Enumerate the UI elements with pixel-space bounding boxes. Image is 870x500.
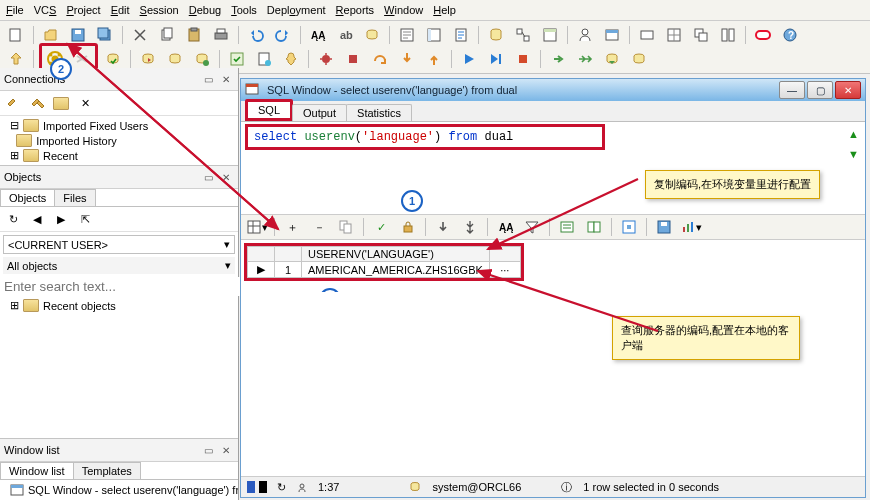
tool-b-button[interactable] — [662, 23, 686, 47]
tab-output[interactable]: Output — [292, 104, 347, 121]
panel-restore-icon[interactable]: ▭ — [200, 443, 216, 457]
folder-icon[interactable] — [51, 93, 71, 113]
grid-cell-value[interactable]: AMERICAN_AMERICA.ZHS16GBK — [302, 262, 490, 278]
grid-mode-button[interactable]: ▾ — [245, 215, 269, 239]
delete-row-button[interactable]: － — [307, 215, 331, 239]
current-user-dropdown[interactable]: <CURRENT USER>▾ — [3, 235, 235, 254]
view-source-button[interactable] — [449, 23, 473, 47]
results-grid[interactable]: USERENV('LANGUAGE') ▶ 1 AMERICAN_AMERICA… — [247, 246, 521, 278]
help-button[interactable]: ? — [778, 23, 802, 47]
menu-debug[interactable]: Debug — [189, 4, 221, 16]
print-button[interactable] — [209, 23, 233, 47]
connect-icon[interactable] — [3, 93, 23, 113]
tab-objects[interactable]: Objects — [0, 189, 55, 206]
panel-restore-icon[interactable]: ▭ — [200, 170, 216, 184]
linked-query-button[interactable] — [582, 215, 606, 239]
maximize-button[interactable]: ▢ — [807, 81, 833, 99]
sessions-button[interactable] — [573, 23, 597, 47]
svg-text:ab: ab — [340, 29, 353, 41]
scroll-down-icon[interactable]: ▼ — [848, 148, 859, 160]
copy-button[interactable] — [155, 23, 179, 47]
add-row-button[interactable]: ＋ — [280, 215, 304, 239]
menu-help[interactable]: Help — [433, 4, 456, 16]
object-browser-button[interactable] — [538, 23, 562, 47]
tab-sql[interactable]: SQL — [245, 99, 293, 121]
tab-templates[interactable]: Templates — [73, 462, 141, 479]
refresh-status-icon[interactable]: ↻ — [277, 481, 286, 494]
tree-item[interactable]: Imported History — [0, 133, 238, 148]
panel-restore-icon[interactable]: ▭ — [200, 72, 216, 86]
find-db-button[interactable] — [360, 23, 384, 47]
tab-window-list[interactable]: Window list — [0, 462, 74, 479]
menu-window[interactable]: Window — [384, 4, 423, 16]
menu-reports[interactable]: Reports — [336, 4, 375, 16]
svg-rect-0 — [10, 29, 20, 41]
status-connection: system@ORCL66 — [409, 481, 521, 493]
new-window-button[interactable] — [600, 23, 624, 47]
object-search-input[interactable] — [0, 277, 246, 296]
grid-column-header[interactable]: USERENV('LANGUAGE') — [302, 247, 490, 262]
sql-window-statusbar: ↻ 1:37 system@ORCL66 ⓘ 1 row selected in… — [241, 476, 865, 497]
find-button[interactable]: ĄĄ — [306, 23, 330, 47]
refresh-icon[interactable]: ↻ — [3, 209, 23, 229]
menu-deployment[interactable]: Deployment — [267, 4, 326, 16]
menu-project[interactable]: Project — [66, 4, 100, 16]
describe-button[interactable] — [422, 23, 446, 47]
tree-item[interactable]: ⊟ Imported Fixed Users — [0, 118, 238, 133]
window-list-item[interactable]: SQL Window - select userenv('language') … — [0, 482, 238, 498]
menu-file[interactable]: File — [6, 4, 24, 16]
prev-icon[interactable]: ◀ — [27, 209, 47, 229]
svg-rect-65 — [588, 222, 594, 232]
tool-a-button[interactable] — [635, 23, 659, 47]
paste-button[interactable] — [182, 23, 206, 47]
single-record-button[interactable] — [555, 215, 579, 239]
post-button[interactable]: ✓ — [369, 215, 393, 239]
close-button[interactable]: ✕ — [835, 81, 861, 99]
save-results-button[interactable] — [652, 215, 676, 239]
tile-windows-button[interactable] — [716, 23, 740, 47]
callout-client-config: 查询服务器的编码,配置在本地的客户端 — [612, 316, 800, 360]
menu-tools[interactable]: Tools — [231, 4, 257, 16]
objects-tabs: Objects Files — [0, 189, 238, 207]
cell-expand-button[interactable]: ··· — [489, 262, 520, 278]
fetch-next-button[interactable] — [431, 215, 455, 239]
fetch-all-button[interactable] — [458, 215, 482, 239]
toolbar-row-1: ĄĄ ab ? — [4, 23, 866, 47]
explain-plan-button[interactable] — [395, 23, 419, 47]
minimize-button[interactable]: — — [779, 81, 805, 99]
scroll-up-icon[interactable]: ▲ — [848, 128, 859, 140]
sql-window-titlebar[interactable]: SQL Window - select userenv('language') … — [241, 79, 865, 101]
redo-button[interactable] — [271, 23, 295, 47]
tab-files[interactable]: Files — [54, 189, 95, 206]
menu-vcs[interactable]: VCS — [34, 4, 57, 16]
tab-statistics[interactable]: Statistics — [346, 104, 412, 121]
oracle-icon[interactable] — [751, 23, 775, 47]
recent-objects-item[interactable]: ⊞ Recent objects — [0, 298, 238, 313]
duplicate-row-button[interactable] — [334, 215, 358, 239]
scope-dropdown[interactable]: All objects▾ — [3, 257, 235, 274]
panel-close-icon[interactable]: ✕ — [218, 170, 234, 184]
find-in-grid-button[interactable]: ĄĄ — [493, 215, 517, 239]
menu-edit[interactable]: Edit — [111, 4, 130, 16]
delete-connection-icon[interactable]: ✕ — [75, 93, 95, 113]
collapse-icon[interactable]: ⇱ — [75, 209, 95, 229]
filter-button[interactable] — [520, 215, 544, 239]
export-button[interactable] — [617, 215, 641, 239]
menu-session[interactable]: Session — [140, 4, 179, 16]
undo-button[interactable] — [244, 23, 268, 47]
status-rows: ⓘ 1 row selected in 0 seconds — [561, 480, 719, 495]
disconnect-icon[interactable] — [27, 93, 47, 113]
chart-button[interactable]: ▾ — [679, 215, 703, 239]
next-icon[interactable]: ▶ — [51, 209, 71, 229]
tree-item[interactable]: ⊞ Recent — [0, 148, 238, 163]
new-dropdown-button[interactable] — [4, 23, 28, 47]
query-builder-button[interactable] — [511, 23, 535, 47]
panel-close-icon[interactable]: ✕ — [218, 72, 234, 86]
cascade-windows-button[interactable] — [689, 23, 713, 47]
panel-close-icon[interactable]: ✕ — [218, 443, 234, 457]
new-db-button[interactable] — [484, 23, 508, 47]
replace-button[interactable]: ab — [333, 23, 357, 47]
lock-button[interactable] — [396, 215, 420, 239]
cut-button[interactable] — [128, 23, 152, 47]
sql-editor[interactable]: select userenv('language') from dual ▲ ▼… — [241, 122, 865, 214]
